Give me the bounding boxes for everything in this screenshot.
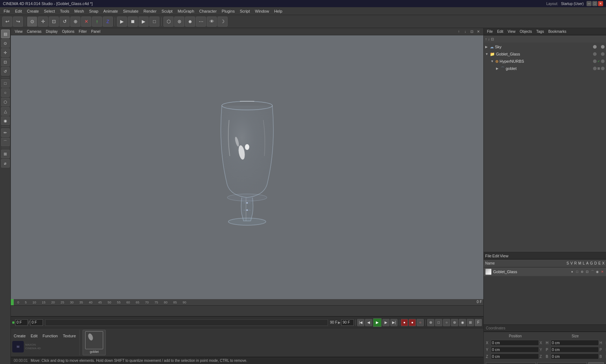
maximize-button[interactable]: □ [592, 1, 597, 6]
menu-file[interactable]: File [1, 8, 12, 14]
motion-path-button[interactable]: ⊛ [451, 319, 458, 326]
frame-end-input[interactable] [341, 319, 354, 326]
mm-mat-icon-4[interactable]: ◉ [595, 270, 600, 274]
mat-menu-texture[interactable]: Texture [61, 333, 77, 339]
vp-menu-panel[interactable]: Panel [89, 29, 102, 34]
cp-size-p-input[interactable] [551, 347, 599, 352]
om-dot-goblet-3[interactable] [601, 67, 605, 70]
auto-record-button[interactable]: ● [409, 319, 416, 326]
menu-edit[interactable]: Edit [13, 8, 24, 14]
lt-spline[interactable]: ⌒ [1, 138, 10, 146]
om-row-goblet-glass[interactable]: ▼ 📁 Goblet_Glass [484, 50, 605, 58]
live-select-button[interactable]: ⊙ [27, 17, 37, 27]
cp-size-h-input[interactable] [551, 340, 599, 346]
cp-mode-dropdown[interactable]: Object (Rel) Object (Abs) World [486, 362, 536, 364]
om-dot-goblet-glass-3[interactable] [601, 52, 605, 56]
mm-row-goblet-glass[interactable]: Goblet_Glass ● □ ⊛ ⊡ ⌒ ◉ ✕ [484, 267, 606, 276]
menu-create[interactable]: Create [25, 8, 41, 14]
go-start-button[interactable]: |◀ [357, 319, 364, 326]
key-pos-button[interactable]: ⊕ [427, 319, 434, 326]
lt-cube[interactable]: □ [1, 79, 10, 88]
rotate-button[interactable]: ↺ [60, 17, 70, 27]
menu-sculpt[interactable]: Sculpt [159, 8, 175, 14]
play-button[interactable]: ▶ [373, 318, 382, 327]
deformer-button[interactable]: ⊛ [174, 17, 184, 27]
viewport-canvas[interactable] [11, 35, 483, 299]
clear-keyframe-button[interactable]: ○ [417, 319, 424, 326]
cp-size-b-input[interactable] [551, 354, 599, 359]
mm-eye-icon[interactable]: ● [570, 270, 574, 274]
mm-mat-icon-2[interactable]: ⊡ [585, 270, 589, 274]
cp-pos-y-input[interactable] [491, 347, 539, 352]
ik-button[interactable]: ⊞ [467, 319, 474, 326]
timeline-playbar[interactable] [11, 306, 483, 316]
visibility-button[interactable]: 👁 [207, 17, 217, 27]
undo-button[interactable]: ↩ [2, 17, 12, 27]
render-active-button[interactable]: ⏹ [128, 17, 138, 27]
render-queue-button[interactable]: □ [149, 17, 159, 27]
om-dot-sky-1[interactable] [593, 45, 597, 49]
mat-menu-edit[interactable]: Edit [29, 333, 39, 339]
target-button[interactable]: ⋯ [196, 17, 206, 27]
menu-character[interactable]: Character [197, 8, 219, 14]
lt-cylinder[interactable]: ⬡ [1, 98, 10, 106]
timeline-scrub[interactable] [45, 319, 328, 326]
lt-select[interactable]: ▤ [1, 30, 10, 38]
z-axis-button[interactable]: Z [103, 17, 113, 27]
menu-script[interactable]: Script [238, 8, 252, 14]
cp-pos-z-input[interactable] [491, 354, 539, 359]
vp-icon-down[interactable]: ↓ [462, 29, 468, 35]
fps-button[interactable]: F [475, 319, 482, 326]
om-dot-goblet-1[interactable] [593, 67, 597, 70]
om-menu-view[interactable]: View [506, 29, 517, 34]
scale-button[interactable]: ⊡ [49, 17, 59, 27]
close-button[interactable]: ✕ [598, 1, 603, 6]
vp-menu-view[interactable]: View [13, 29, 25, 34]
menu-animate[interactable]: Animate [101, 8, 120, 14]
lt-pen[interactable]: ✏ [1, 128, 10, 137]
om-expand-goblet[interactable]: ▶ [496, 67, 500, 70]
om-dot-hypernurbs-1[interactable] [593, 59, 597, 63]
om-row-hypernurbs[interactable]: ▼ ⊛ HyperNURBS ✓ [484, 58, 605, 65]
om-menu-edit[interactable]: Edit [495, 29, 505, 34]
y-axis-button[interactable]: ↑ [92, 17, 102, 27]
mm-menu-file[interactable]: File [485, 254, 492, 258]
om-dot-goblet-glass-1[interactable] [593, 52, 597, 56]
next-frame-button[interactable]: ▶ [382, 319, 390, 326]
menu-simulate[interactable]: Simulate [121, 8, 141, 14]
om-menu-tags[interactable]: Tags [535, 29, 546, 34]
om-dot-hypernurbs-3[interactable] [601, 59, 605, 63]
frame-current-input[interactable] [30, 319, 43, 326]
menu-window[interactable]: Window [253, 8, 271, 14]
lt-move[interactable]: ✛ [1, 48, 10, 57]
mm-render-icon[interactable]: □ [575, 270, 579, 274]
menu-mesh[interactable]: Mesh [72, 8, 86, 14]
menu-plugins[interactable]: Plugins [220, 8, 237, 14]
record-button[interactable]: ● [401, 319, 408, 326]
light-button[interactable]: ☽ [218, 17, 228, 27]
lt-grid[interactable]: ⊞ [1, 150, 10, 158]
vp-icon-close[interactable]: ✕ [475, 29, 481, 35]
om-expand-hypernurbs[interactable]: ▼ [491, 59, 494, 63]
key-scale-button[interactable]: ○ [443, 319, 450, 326]
mm-menu-view[interactable]: View [500, 254, 509, 258]
lt-rotate[interactable]: ↺ [1, 67, 10, 76]
cp-size-dropdown[interactable]: Size Scale [537, 362, 587, 364]
mat-menu-function[interactable]: Function [41, 333, 59, 339]
camera-button[interactable]: ☻ [185, 17, 195, 27]
lt-live-select[interactable]: ⊙ [1, 39, 10, 48]
lt-sphere[interactable]: ○ [1, 88, 10, 97]
combine-button[interactable]: ⊕ [70, 17, 80, 27]
om-menu-file[interactable]: File [485, 29, 495, 34]
menu-mograph[interactable]: MoGraph [175, 8, 196, 14]
cp-pos-x-input[interactable] [491, 340, 539, 346]
om-row-sky[interactable]: ▶ ☁ Sky [484, 43, 605, 50]
lt-magnet[interactable]: ⌀ [1, 159, 10, 168]
render-settings-button[interactable]: ▶ [139, 17, 149, 27]
material-goblet[interactable]: goblet [83, 330, 106, 355]
go-end-button[interactable]: ▶| [390, 319, 398, 326]
vp-icon-expand[interactable]: ⊡ [469, 29, 475, 35]
menu-help[interactable]: Help [272, 8, 285, 14]
vp-menu-options[interactable]: Options [60, 29, 76, 34]
menu-select[interactable]: Select [42, 8, 57, 14]
